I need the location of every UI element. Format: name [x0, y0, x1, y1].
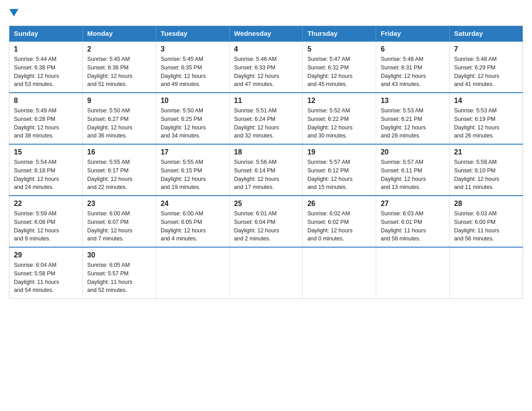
day-number: 1 — [14, 45, 78, 53]
day-info: Sunrise: 6:04 AM Sunset: 5:58 PM Dayligh… — [14, 261, 78, 295]
day-number: 23 — [87, 200, 151, 208]
day-number: 5 — [307, 45, 371, 53]
calendar-cell — [303, 247, 376, 299]
logo-triangle-icon — [9, 9, 18, 17]
day-info: Sunrise: 6:01 AM Sunset: 6:04 PM Dayligh… — [234, 210, 298, 243]
calendar-cell — [229, 247, 303, 299]
day-number: 8 — [14, 97, 78, 105]
calendar-cell: 25Sunrise: 6:01 AM Sunset: 6:04 PM Dayli… — [229, 196, 303, 247]
day-info: Sunrise: 6:03 AM Sunset: 6:01 PM Dayligh… — [381, 210, 445, 243]
calendar-cell: 29Sunrise: 6:04 AM Sunset: 5:58 PM Dayli… — [9, 247, 83, 299]
calendar-cell: 21Sunrise: 5:58 AM Sunset: 6:10 PM Dayli… — [450, 144, 523, 196]
calendar-table: SundayMondayTuesdayWednesdayThursdayFrid… — [9, 26, 523, 299]
day-number: 28 — [454, 200, 518, 208]
calendar-cell: 5Sunrise: 5:47 AM Sunset: 6:32 PM Daylig… — [303, 41, 376, 93]
day-number: 14 — [454, 97, 518, 105]
calendar-cell: 26Sunrise: 6:02 AM Sunset: 6:02 PM Dayli… — [303, 196, 376, 247]
calendar-cell: 18Sunrise: 5:56 AM Sunset: 6:14 PM Dayli… — [229, 144, 303, 196]
calendar-header-row: SundayMondayTuesdayWednesdayThursdayFrid… — [9, 26, 523, 42]
day-info: Sunrise: 5:56 AM Sunset: 6:14 PM Dayligh… — [234, 158, 298, 192]
calendar-cell: 15Sunrise: 5:54 AM Sunset: 6:18 PM Dayli… — [9, 144, 83, 196]
day-number: 20 — [381, 148, 445, 156]
day-number: 17 — [161, 148, 225, 156]
page-header — [9, 9, 523, 17]
calendar-cell — [450, 247, 523, 299]
day-number: 30 — [87, 251, 151, 259]
day-info: Sunrise: 5:50 AM Sunset: 6:27 PM Dayligh… — [87, 107, 151, 140]
calendar-cell: 11Sunrise: 5:51 AM Sunset: 6:24 PM Dayli… — [229, 93, 303, 144]
header-monday: Monday — [82, 26, 156, 42]
day-info: Sunrise: 5:57 AM Sunset: 6:12 PM Dayligh… — [307, 158, 371, 192]
day-info: Sunrise: 5:48 AM Sunset: 6:29 PM Dayligh… — [454, 55, 518, 89]
day-number: 11 — [234, 97, 298, 105]
calendar-cell: 27Sunrise: 6:03 AM Sunset: 6:01 PM Dayli… — [376, 196, 450, 247]
day-info: Sunrise: 5:45 AM Sunset: 6:35 PM Dayligh… — [161, 55, 225, 89]
day-info: Sunrise: 5:51 AM Sunset: 6:24 PM Dayligh… — [234, 107, 298, 140]
day-info: Sunrise: 5:59 AM Sunset: 6:08 PM Dayligh… — [14, 210, 78, 243]
day-info: Sunrise: 5:49 AM Sunset: 6:28 PM Dayligh… — [14, 107, 78, 140]
day-number: 18 — [234, 148, 298, 156]
calendar-cell: 14Sunrise: 5:53 AM Sunset: 6:19 PM Dayli… — [450, 93, 523, 144]
calendar-cell: 1Sunrise: 5:44 AM Sunset: 6:38 PM Daylig… — [9, 41, 83, 93]
day-info: Sunrise: 6:00 AM Sunset: 6:05 PM Dayligh… — [161, 210, 225, 243]
header-friday: Friday — [376, 26, 450, 42]
calendar-cell: 30Sunrise: 6:05 AM Sunset: 5:57 PM Dayli… — [82, 247, 156, 299]
calendar-week-row: 8Sunrise: 5:49 AM Sunset: 6:28 PM Daylig… — [9, 93, 523, 144]
day-info: Sunrise: 6:05 AM Sunset: 5:57 PM Dayligh… — [87, 261, 151, 295]
calendar-cell: 6Sunrise: 5:48 AM Sunset: 6:31 PM Daylig… — [376, 41, 450, 93]
calendar-cell: 9Sunrise: 5:50 AM Sunset: 6:27 PM Daylig… — [82, 93, 156, 144]
day-number: 24 — [161, 200, 225, 208]
day-number: 7 — [454, 45, 518, 53]
day-info: Sunrise: 6:03 AM Sunset: 6:00 PM Dayligh… — [454, 210, 518, 243]
calendar-cell: 8Sunrise: 5:49 AM Sunset: 6:28 PM Daylig… — [9, 93, 83, 144]
header-saturday: Saturday — [450, 26, 523, 42]
calendar-cell: 10Sunrise: 5:50 AM Sunset: 6:25 PM Dayli… — [156, 93, 229, 144]
day-number: 3 — [161, 45, 225, 53]
day-number: 6 — [381, 45, 445, 53]
day-number: 16 — [87, 148, 151, 156]
calendar-cell: 19Sunrise: 5:57 AM Sunset: 6:12 PM Dayli… — [303, 144, 376, 196]
day-number: 12 — [307, 97, 371, 105]
calendar-cell — [376, 247, 450, 299]
day-info: Sunrise: 5:54 AM Sunset: 6:18 PM Dayligh… — [14, 158, 78, 192]
day-number: 4 — [234, 45, 298, 53]
calendar-week-row: 29Sunrise: 6:04 AM Sunset: 5:58 PM Dayli… — [9, 247, 523, 299]
day-info: Sunrise: 5:50 AM Sunset: 6:25 PM Dayligh… — [161, 107, 225, 140]
header-wednesday: Wednesday — [229, 26, 303, 42]
calendar-cell: 16Sunrise: 5:55 AM Sunset: 6:17 PM Dayli… — [82, 144, 156, 196]
day-info: Sunrise: 5:52 AM Sunset: 6:22 PM Dayligh… — [307, 107, 371, 140]
calendar-cell: 28Sunrise: 6:03 AM Sunset: 6:00 PM Dayli… — [450, 196, 523, 247]
header-sunday: Sunday — [9, 26, 83, 42]
calendar-cell — [156, 247, 229, 299]
day-info: Sunrise: 5:53 AM Sunset: 6:21 PM Dayligh… — [381, 107, 445, 140]
day-info: Sunrise: 5:53 AM Sunset: 6:19 PM Dayligh… — [454, 107, 518, 140]
calendar-cell: 13Sunrise: 5:53 AM Sunset: 6:21 PM Dayli… — [376, 93, 450, 144]
calendar-cell: 24Sunrise: 6:00 AM Sunset: 6:05 PM Dayli… — [156, 196, 229, 247]
logo — [9, 9, 19, 17]
day-info: Sunrise: 5:57 AM Sunset: 6:11 PM Dayligh… — [381, 158, 445, 192]
day-number: 29 — [14, 251, 78, 259]
day-info: Sunrise: 6:02 AM Sunset: 6:02 PM Dayligh… — [307, 210, 371, 243]
header-thursday: Thursday — [303, 26, 376, 42]
day-info: Sunrise: 5:55 AM Sunset: 6:15 PM Dayligh… — [161, 158, 225, 192]
day-number: 21 — [454, 148, 518, 156]
calendar-cell: 17Sunrise: 5:55 AM Sunset: 6:15 PM Dayli… — [156, 144, 229, 196]
calendar-week-row: 15Sunrise: 5:54 AM Sunset: 6:18 PM Dayli… — [9, 144, 523, 196]
day-number: 9 — [87, 97, 151, 105]
day-number: 22 — [14, 200, 78, 208]
calendar-cell: 2Sunrise: 5:45 AM Sunset: 6:36 PM Daylig… — [82, 41, 156, 93]
day-number: 15 — [14, 148, 78, 156]
day-info: Sunrise: 5:46 AM Sunset: 6:33 PM Dayligh… — [234, 55, 298, 89]
calendar-cell: 20Sunrise: 5:57 AM Sunset: 6:11 PM Dayli… — [376, 144, 450, 196]
day-number: 2 — [87, 45, 151, 53]
calendar-cell: 3Sunrise: 5:45 AM Sunset: 6:35 PM Daylig… — [156, 41, 229, 93]
header-tuesday: Tuesday — [156, 26, 229, 42]
day-info: Sunrise: 5:48 AM Sunset: 6:31 PM Dayligh… — [381, 55, 445, 89]
day-info: Sunrise: 6:00 AM Sunset: 6:07 PM Dayligh… — [87, 210, 151, 243]
day-number: 27 — [381, 200, 445, 208]
day-number: 13 — [381, 97, 445, 105]
day-info: Sunrise: 5:45 AM Sunset: 6:36 PM Dayligh… — [87, 55, 151, 89]
day-number: 10 — [161, 97, 225, 105]
calendar-week-row: 1Sunrise: 5:44 AM Sunset: 6:38 PM Daylig… — [9, 41, 523, 93]
day-number: 25 — [234, 200, 298, 208]
